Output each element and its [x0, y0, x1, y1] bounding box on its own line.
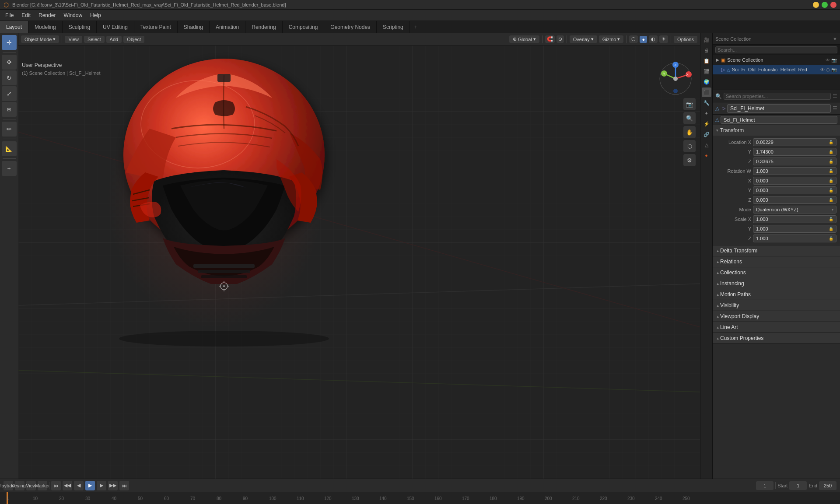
- minimize-button[interactable]: [813, 2, 819, 8]
- jump-to-end-btn[interactable]: ⏭: [119, 481, 129, 490]
- solid-shading-btn[interactable]: ●: [640, 36, 647, 43]
- outliner-search-input[interactable]: [715, 46, 837, 53]
- view-menu[interactable]: View: [65, 36, 82, 43]
- tab-compositing[interactable]: Compositing: [283, 21, 325, 33]
- modifier-props-icon[interactable]: 🔧: [702, 98, 711, 108]
- tab-layout[interactable]: Layout: [0, 21, 28, 33]
- timeline-ruler[interactable]: 1 10 20 30 40 50 60 70 80 90 100 110 120…: [0, 492, 840, 504]
- select-menu[interactable]: Select: [84, 36, 105, 43]
- proportional-btn[interactable]: ⊙: [556, 35, 564, 43]
- keying-dropdown[interactable]: Keying▾: [15, 481, 24, 490]
- next-keyframe-btn[interactable]: ▶▶: [108, 481, 118, 490]
- scale-x-value[interactable]: 1.000 🔒: [753, 215, 836, 223]
- menu-window[interactable]: Window: [60, 11, 86, 19]
- jump-to-start-btn[interactable]: ⏮: [51, 481, 61, 490]
- material-shading-btn[interactable]: ◐: [649, 35, 658, 43]
- physics-props-icon[interactable]: ⚡: [702, 119, 711, 129]
- output-props-icon[interactable]: 🖨: [702, 46, 711, 55]
- location-y-lock-icon[interactable]: 🔒: [829, 150, 833, 154]
- object-menu[interactable]: Object: [123, 36, 144, 43]
- object-props-icon[interactable]: ⬛: [702, 88, 711, 97]
- object-mode-dropdown[interactable]: Object Mode ▾: [21, 35, 59, 43]
- line-art-header[interactable]: ▸ Line Art: [713, 322, 840, 332]
- relations-header[interactable]: ▸ Relations: [713, 256, 840, 267]
- delta-transform-header[interactable]: ▸ Delta Transform: [713, 245, 840, 256]
- hand-btn[interactable]: ✋: [683, 126, 696, 138]
- rendered-shading-btn[interactable]: ☀: [659, 35, 668, 43]
- add-tool-button[interactable]: +: [2, 161, 17, 176]
- annotate-tool-button[interactable]: ✏: [2, 122, 17, 136]
- menu-help[interactable]: Help: [87, 11, 105, 19]
- constraints-props-icon[interactable]: 🔗: [702, 130, 711, 139]
- location-x-value[interactable]: 0.00229 🔒: [753, 138, 836, 146]
- location-z-lock-icon[interactable]: 🔒: [829, 159, 833, 164]
- visibility-header[interactable]: ▸ Visibility: [713, 300, 840, 311]
- world-props-icon[interactable]: 🌍: [702, 77, 711, 87]
- next-frame-btn[interactable]: ▶: [97, 481, 106, 490]
- obj-visibility-icon[interactable]: 👁: [820, 67, 825, 72]
- particles-props-icon[interactable]: ✦: [702, 108, 711, 118]
- rotate-tool-button[interactable]: ↻: [2, 70, 17, 85]
- measure-tool-button[interactable]: 📐: [2, 141, 17, 156]
- tab-sculpting[interactable]: Sculpting: [63, 21, 97, 33]
- collections-header[interactable]: ▸ Collections: [713, 267, 840, 278]
- viewport-canvas[interactable]: User Perspective (1) Scene Collection | …: [18, 46, 700, 479]
- scale-y-value[interactable]: 1.000 🔒: [753, 225, 836, 233]
- snap-btn[interactable]: 🧲: [545, 35, 555, 43]
- scale-z-lock-icon[interactable]: 🔒: [829, 236, 833, 241]
- location-y-value[interactable]: 1.74300 🔒: [753, 148, 836, 156]
- rotation-w-lock-icon[interactable]: 🔒: [829, 169, 833, 173]
- scene-visibility-icon[interactable]: 👁: [826, 58, 830, 63]
- scale-z-value[interactable]: 1.000 🔒: [753, 234, 836, 242]
- prev-keyframe-btn[interactable]: ◀◀: [63, 481, 72, 490]
- mesh-name-input[interactable]: [721, 116, 837, 124]
- tab-scripting[interactable]: Scripting: [377, 21, 410, 33]
- rotation-y-value[interactable]: 0.000 🔒: [753, 186, 836, 194]
- rotation-x-value[interactable]: 0.000 🔒: [753, 177, 836, 185]
- rotation-y-lock-icon[interactable]: 🔒: [829, 188, 833, 192]
- name-options-icon[interactable]: ☰: [833, 105, 837, 112]
- motion-paths-header[interactable]: ▸ Motion Paths: [713, 289, 840, 300]
- viewport-settings-btn[interactable]: ⚙: [683, 154, 696, 166]
- tab-shading[interactable]: Shading: [178, 21, 210, 33]
- transform-tool-button[interactable]: ⊞: [2, 102, 17, 117]
- outliner-item-helmet[interactable]: ▷ △ Sci_Fi_Old_Futuristic_Helmet_Red 👁 ⬡…: [713, 65, 840, 74]
- current-frame-display[interactable]: 1: [756, 481, 774, 490]
- menu-render[interactable]: Render: [35, 11, 59, 19]
- tab-geometry-nodes[interactable]: Geometry Nodes: [324, 21, 377, 33]
- rotation-w-value[interactable]: 1.000 🔒: [753, 167, 836, 175]
- add-menu[interactable]: Add: [106, 36, 122, 43]
- instancing-header[interactable]: ▸ Instancing: [713, 278, 840, 289]
- custom-properties-header[interactable]: ▸ Custom Properties: [713, 333, 840, 343]
- search-btn[interactable]: 🔍: [683, 112, 696, 124]
- rotation-z-value[interactable]: 0.000 🔒: [753, 196, 836, 204]
- options-btn[interactable]: Options: [674, 36, 697, 43]
- end-frame-input[interactable]: 250: [819, 481, 836, 490]
- play-btn[interactable]: ▶: [85, 481, 95, 490]
- add-workspace-button[interactable]: +: [410, 21, 422, 33]
- tab-uv-editing[interactable]: UV Editing: [97, 21, 134, 33]
- scene-props-icon[interactable]: 🎬: [702, 66, 711, 76]
- overlay-btn[interactable]: Overlay ▾: [570, 35, 597, 43]
- scale-y-lock-icon[interactable]: 🔒: [829, 227, 833, 231]
- scene-render-icon[interactable]: 📷: [831, 58, 836, 63]
- tab-texture-paint[interactable]: Texture Paint: [134, 21, 178, 33]
- properties-options-icon[interactable]: ☰: [833, 93, 837, 99]
- tab-modeling[interactable]: Modeling: [28, 21, 63, 33]
- gizmo-btn[interactable]: Gizmo ▾: [599, 35, 624, 43]
- tab-animation[interactable]: Animation: [210, 21, 245, 33]
- view-dropdown[interactable]: View: [26, 481, 36, 490]
- data-props-icon[interactable]: △: [702, 140, 711, 150]
- marker-dropdown[interactable]: Marker: [38, 481, 47, 490]
- object-name-input[interactable]: [727, 104, 831, 113]
- rotation-mode-dropdown[interactable]: Quaternion (WXYZ) ▾: [753, 206, 836, 214]
- move-tool-button[interactable]: ✥: [2, 55, 17, 70]
- view-layer-props-icon[interactable]: 📋: [702, 56, 711, 66]
- transform-section-header[interactable]: ▾ Transform: [713, 125, 840, 136]
- tab-rendering[interactable]: Rendering: [245, 21, 282, 33]
- zoom-camera-btn[interactable]: 📷: [683, 98, 696, 110]
- obj-render-icon[interactable]: 📷: [831, 67, 836, 72]
- start-frame-input[interactable]: 1: [789, 481, 807, 490]
- location-z-value[interactable]: 0.33675 🔒: [753, 158, 836, 165]
- global-transform-btn[interactable]: ⊕ Global ▾: [509, 35, 539, 43]
